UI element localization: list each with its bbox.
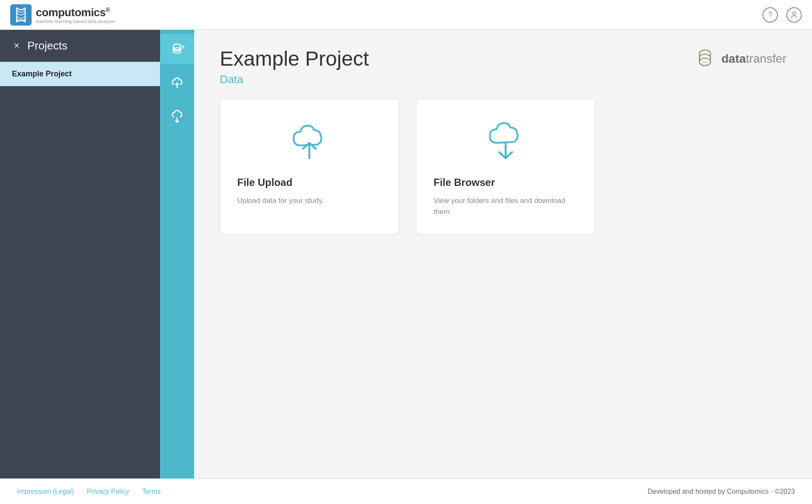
rail-item-download[interactable]: [160, 102, 194, 132]
sidebar-item-example-project[interactable]: Example Project: [0, 62, 160, 86]
datatransfer-light: transfer: [746, 52, 786, 65]
sidebar-projects: Example Project: [0, 62, 160, 478]
rail-item-datatransfer[interactable]: [160, 34, 194, 64]
datatransfer-logo: datatransfer: [693, 47, 786, 70]
upload-rail-icon: [170, 76, 184, 90]
header-actions: ?: [763, 7, 802, 23]
help-button[interactable]: ?: [763, 7, 778, 23]
cards-row: File Upload Upload data for your study. …: [220, 99, 786, 235]
footer-links: Impressum (Legal) Privacy Policy Terms: [17, 488, 161, 495]
file-browser-title: File Browser: [434, 177, 495, 188]
svg-point-3: [793, 12, 796, 14]
logo-tagline: machine learning-based data analysis: [36, 19, 115, 24]
main-layout: × Projects Example Project: [0, 30, 812, 478]
datatransfer-label: datatransfer: [721, 52, 786, 66]
logo-icon: [10, 4, 32, 26]
content-header: Example Project Data datatransfer: [220, 47, 786, 86]
datatransfer-rail-icon: [169, 41, 185, 57]
content-area: Example Project Data datatransfer: [194, 30, 812, 478]
privacy-link[interactable]: Privacy Policy: [87, 488, 129, 495]
sidebar-header: × Projects: [0, 30, 160, 62]
file-browser-desc: View your folders and files and download…: [434, 195, 578, 217]
sidebar: × Projects Example Project: [0, 30, 160, 478]
file-upload-icon-wrap: [237, 121, 381, 161]
content-title-area: Example Project Data: [220, 47, 369, 86]
page-title: Example Project: [220, 47, 369, 70]
user-button[interactable]: [786, 7, 802, 23]
rail-item-upload[interactable]: [160, 68, 194, 98]
datatransfer-logo-icon: [693, 47, 717, 70]
file-upload-desc: Upload data for your study.: [237, 195, 324, 206]
cloud-upload-icon: [286, 121, 333, 161]
person-icon: [790, 11, 798, 19]
download-rail-icon: [170, 110, 184, 125]
cloud-download-icon: [482, 121, 529, 161]
terms-link[interactable]: Terms: [142, 488, 161, 495]
datatransfer-bold: data: [721, 52, 746, 65]
logo-part1: comput: [36, 6, 75, 19]
impressum-link[interactable]: Impressum (Legal): [17, 488, 74, 495]
logo-text: computomics® machine learning-based data…: [36, 6, 115, 24]
footer-copyright: Developed and hosted by Computomics - ©2…: [648, 488, 795, 495]
svg-point-4: [173, 44, 181, 50]
page-subtitle: Data: [220, 73, 369, 86]
logo-name: computomics®: [36, 6, 115, 19]
close-sidebar-button[interactable]: ×: [10, 39, 23, 52]
file-browser-card[interactable]: File Browser View your folders and files…: [416, 99, 595, 235]
file-upload-title: File Upload: [237, 177, 292, 188]
header: computomics® machine learning-based data…: [0, 0, 812, 30]
sidebar-title: Projects: [27, 39, 67, 52]
logo: computomics® machine learning-based data…: [10, 4, 115, 26]
logo-part2: omics: [75, 6, 106, 19]
file-browser-icon-wrap: [434, 121, 578, 161]
icon-rail: [160, 30, 194, 478]
footer: Impressum (Legal) Privacy Policy Terms D…: [0, 478, 812, 504]
logo-registered: ®: [106, 6, 110, 13]
file-upload-card[interactable]: File Upload Upload data for your study.: [220, 99, 399, 235]
